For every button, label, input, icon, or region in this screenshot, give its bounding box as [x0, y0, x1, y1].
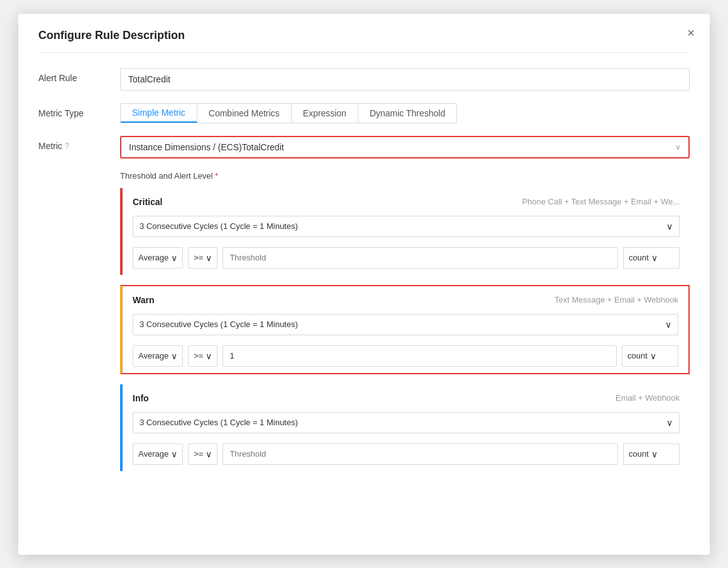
warn-operator-select[interactable]: >= ∨ [188, 345, 218, 367]
info-unit-select[interactable]: count ∨ [623, 443, 680, 465]
info-unit-text: count [629, 449, 649, 459]
info-operator-select[interactable]: >= ∨ [188, 443, 218, 465]
threshold-label: Threshold and Alert Level * [120, 171, 690, 181]
metric-dropdown-text: Instance Dimensions / (ECS)TotalCredit [129, 142, 284, 152]
warn-stat-text: Average [138, 351, 168, 360]
metric-type-tabs: Simple Metric Combined Metrics Expressio… [120, 103, 457, 123]
warn-cycle-row: 3 Consecutive Cycles (1 Cycle = 1 Minute… [123, 310, 688, 342]
critical-cycle-chevron: ∨ [666, 221, 673, 231]
tab-simple-metric[interactable]: Simple Metric [121, 104, 197, 123]
info-section: Info Email + Webhook 3 Consecutive Cycle… [120, 384, 690, 471]
critical-unit-select[interactable]: count ∨ [623, 247, 680, 269]
info-stat-select[interactable]: Average ∨ [133, 443, 183, 465]
warn-unit-select[interactable]: count ∨ [622, 345, 678, 367]
warn-notification: Text Message + Email + Webhook [554, 295, 678, 304]
info-cycle-dropdown[interactable]: 3 Consecutive Cycles (1 Cycle = 1 Minute… [133, 412, 680, 433]
metric-help-icon: ? [65, 142, 69, 150]
tab-expression[interactable]: Expression [292, 104, 358, 123]
critical-threshold-input[interactable] [223, 247, 618, 269]
metric-label: Metric ? [38, 136, 120, 151]
critical-title: Critical [133, 197, 162, 207]
critical-cycle-row: 3 Consecutive Cycles (1 Cycle = 1 Minute… [123, 212, 690, 243]
required-star: * [215, 171, 218, 181]
info-header: Info Email + Webhook [123, 384, 690, 408]
warn-cycle-text: 3 Consecutive Cycles (1 Cycle = 1 Minute… [140, 320, 298, 329]
warn-cycle-dropdown[interactable]: 3 Consecutive Cycles (1 Cycle = 1 Minute… [133, 314, 678, 335]
critical-stat-text: Average [138, 253, 168, 262]
warn-operator-chevron: ∨ [206, 351, 212, 361]
info-cycle-row: 3 Consecutive Cycles (1 Cycle = 1 Minute… [123, 408, 690, 440]
alert-rule-input[interactable] [120, 68, 690, 91]
info-title: Info [133, 393, 149, 403]
metric-type-content: Simple Metric Combined Metrics Expressio… [120, 103, 690, 123]
critical-unit-chevron: ∨ [651, 253, 658, 263]
metric-type-row: Metric Type Simple Metric Combined Metri… [38, 103, 690, 123]
warn-unit-text: count [627, 351, 648, 360]
critical-stat-chevron: ∨ [171, 253, 177, 263]
critical-operator-text: >= [194, 253, 203, 262]
info-unit-chevron: ∨ [651, 449, 658, 459]
warn-header: Warn Text Message + Email + Webhook [123, 286, 688, 310]
warn-stat-chevron: ∨ [171, 351, 177, 361]
warn-operator-text: >= [194, 351, 203, 360]
info-stat-text: Average [138, 449, 168, 459]
threshold-header-row: Threshold and Alert Level * Critical Pho… [38, 171, 690, 481]
metric-content: Instance Dimensions / (ECS)TotalCredit ∨ [120, 136, 690, 159]
close-button[interactable]: × [687, 26, 695, 39]
alert-rule-row: Alert Rule [38, 68, 690, 91]
warn-condition-row: Average ∨ >= ∨ count ∨ [123, 342, 688, 373]
configure-rule-dialog: Configure Rule Description × Alert Rule … [18, 14, 710, 555]
warn-stat-select[interactable]: Average ∨ [133, 345, 183, 367]
critical-section: Critical Phone Call + Text Message + Ema… [120, 188, 690, 275]
metric-chevron-icon: ∨ [675, 143, 681, 152]
warn-section: Warn Text Message + Email + Webhook 3 Co… [120, 285, 690, 374]
metric-row: Metric ? Instance Dimensions / (ECS)Tota… [38, 136, 690, 159]
critical-header: Critical Phone Call + Text Message + Ema… [123, 188, 690, 212]
info-notification: Email + Webhook [615, 393, 680, 403]
tab-combined-metrics[interactable]: Combined Metrics [197, 104, 292, 123]
critical-stat-select[interactable]: Average ∨ [133, 247, 183, 269]
critical-operator-chevron: ∨ [206, 253, 212, 263]
critical-operator-select[interactable]: >= ∨ [188, 247, 218, 269]
critical-unit-text: count [629, 253, 649, 262]
warn-title: Warn [133, 295, 154, 305]
info-cycle-chevron: ∨ [666, 418, 673, 428]
critical-cycle-text: 3 Consecutive Cycles (1 Cycle = 1 Minute… [140, 221, 298, 231]
critical-notification: Phone Call + Text Message + Email + We..… [522, 197, 680, 206]
info-cycle-text: 3 Consecutive Cycles (1 Cycle = 1 Minute… [140, 418, 298, 427]
tab-dynamic-threshold[interactable]: Dynamic Threshold [358, 104, 456, 123]
critical-cycle-dropdown[interactable]: 3 Consecutive Cycles (1 Cycle = 1 Minute… [133, 216, 680, 237]
warn-cycle-chevron: ∨ [665, 320, 671, 330]
dialog-title: Configure Rule Description [38, 29, 690, 53]
warn-unit-chevron: ∨ [650, 351, 656, 361]
info-condition-row: Average ∨ >= ∨ count ∨ [123, 440, 690, 471]
alert-rule-label: Alert Rule [38, 68, 120, 83]
metric-dropdown[interactable]: Instance Dimensions / (ECS)TotalCredit ∨ [120, 136, 690, 159]
info-threshold-input[interactable] [223, 443, 618, 465]
metric-type-label: Metric Type [38, 103, 120, 118]
info-operator-chevron: ∨ [206, 449, 212, 459]
critical-condition-row: Average ∨ >= ∨ count ∨ [123, 243, 690, 275]
info-stat-chevron: ∨ [171, 449, 177, 459]
warn-threshold-input[interactable] [223, 345, 617, 367]
alert-rule-content [120, 68, 690, 91]
info-operator-text: >= [194, 449, 203, 459]
